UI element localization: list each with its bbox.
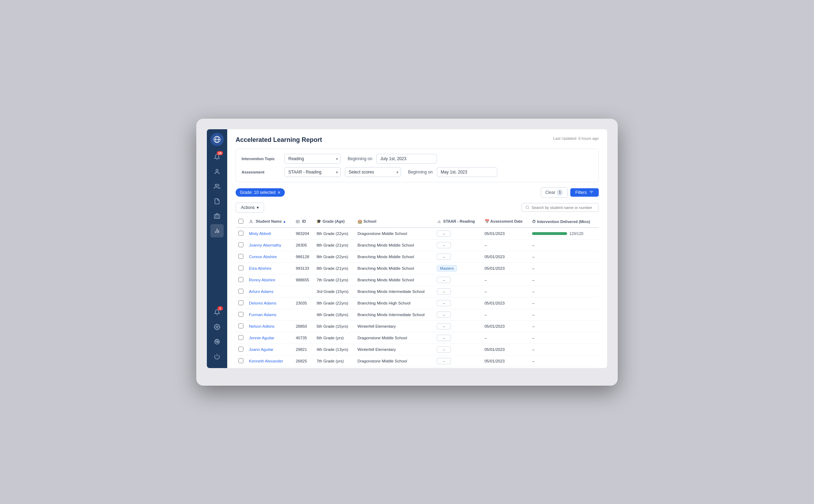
row-checkbox[interactable]: [238, 347, 243, 352]
row-score: –: [434, 355, 482, 367]
id-col-icon: [296, 220, 300, 224]
row-assessment-date: 05/01/2023: [482, 297, 530, 309]
filters-section: Intervention Topic Reading Beginning on …: [236, 149, 599, 182]
score-dash: –: [437, 323, 451, 329]
row-checkbox-cell: [236, 274, 246, 286]
row-score: –: [434, 239, 482, 251]
row-checkbox[interactable]: [238, 254, 243, 259]
row-checkbox-cell: [236, 262, 246, 274]
grade-chip-close[interactable]: ×: [277, 190, 280, 195]
sidebar-item-notifications[interactable]: 18: [210, 150, 224, 164]
sidebar-item-groups[interactable]: [210, 180, 224, 193]
clear-button[interactable]: Clear 1: [541, 187, 568, 198]
sidebar-power[interactable]: [210, 350, 224, 363]
beginning-on-date[interactable]: [376, 154, 437, 164]
row-checkbox[interactable]: [238, 323, 243, 328]
table-body: Misty Abbott9832048th Grade (22yrs)Drago…: [236, 228, 599, 368]
row-student-name[interactable]: Arturo Adams: [246, 286, 293, 297]
row-student-name[interactable]: Horace Allen: [246, 367, 293, 368]
select-all-checkbox[interactable]: [238, 219, 243, 224]
actions-button[interactable]: Actions ▾: [236, 203, 264, 212]
row-score: Masters: [434, 367, 482, 368]
row-school: Branching Minds Middle School: [355, 239, 434, 251]
table-row: Connor Abshire9861288th Grade (22yrs)Bra…: [236, 251, 599, 262]
row-intervention: –: [529, 239, 599, 251]
sidebar-globe[interactable]: [210, 335, 224, 348]
th-select-all[interactable]: [236, 216, 246, 228]
th-staar[interactable]: STAAR - Reading: [434, 216, 482, 228]
row-assessment-date: 05/01/2023: [482, 251, 530, 262]
filters-icon: [589, 190, 594, 195]
row-student-name[interactable]: Furman Adams: [246, 309, 293, 320]
assessment-select[interactable]: STAAR - Reading: [284, 167, 341, 177]
table-row: Nelson Adkins288505th Grade (15yrs)Winte…: [236, 320, 599, 332]
row-assessment-date: 05/01/2023: [482, 343, 530, 355]
progress-bar-bg: [532, 232, 567, 235]
intervention-topic-select[interactable]: Reading: [284, 154, 341, 164]
row-school: Winterfell Elementary: [355, 343, 434, 355]
row-checkbox[interactable]: [238, 300, 243, 305]
search-box: [521, 203, 599, 212]
row-student-name[interactable]: Misty Abbott: [246, 228, 293, 240]
row-score: –: [434, 343, 482, 355]
row-intervention: –: [529, 262, 599, 274]
score-dash: –: [437, 288, 451, 295]
assessment-date-input[interactable]: [437, 167, 497, 177]
row-student-name[interactable]: Joann Aguilar: [246, 343, 293, 355]
sidebar-alerts[interactable]: 1: [210, 306, 224, 319]
row-checkbox[interactable]: [238, 312, 243, 317]
th-assessment-date[interactable]: 📅 Assessment Date: [482, 216, 530, 228]
th-id[interactable]: ID: [293, 216, 314, 228]
th-grade[interactable]: 🎓 Grade (Age): [314, 216, 355, 228]
app-logo[interactable]: [210, 133, 224, 146]
table-row: Misty Abbott9832048th Grade (22yrs)Drago…: [236, 228, 599, 240]
search-input[interactable]: [532, 205, 595, 210]
progress-label: 120/120: [569, 231, 583, 236]
filters-button[interactable]: Filters: [570, 188, 599, 197]
row-checkbox[interactable]: [238, 289, 243, 294]
row-assessment-date: 05/01/2023: [482, 367, 530, 368]
grade-chip[interactable]: Grade: 10 selected ×: [236, 188, 285, 197]
th-student-name[interactable]: Student Name ▲: [246, 216, 293, 228]
intervention-topic-row: Intervention Topic Reading Beginning on: [242, 154, 593, 164]
row-grade: 8th Grade (21yrs): [314, 262, 355, 274]
sidebar-settings[interactable]: [210, 320, 224, 334]
row-id: [293, 309, 314, 320]
row-score: –: [434, 309, 482, 320]
row-student-name[interactable]: Elza Abshire: [246, 262, 293, 274]
row-checkbox[interactable]: [238, 242, 243, 247]
row-checkbox[interactable]: [238, 358, 243, 363]
clear-badge: 1: [557, 189, 563, 196]
sidebar-item-buildings[interactable]: [210, 209, 224, 223]
row-checkbox-cell: [236, 309, 246, 320]
row-assessment-date: 05/01/2023: [482, 355, 530, 367]
sidebar-item-documents[interactable]: [210, 195, 224, 208]
row-checkbox-cell: [236, 239, 246, 251]
row-checkbox[interactable]: [238, 231, 243, 236]
row-student-name[interactable]: Jennie Aguilar: [246, 332, 293, 343]
row-student-name[interactable]: Ronny Abshire: [246, 274, 293, 286]
score-dash: –: [437, 254, 451, 260]
laptop-frame: 18 1: [196, 119, 618, 386]
select-scores-select[interactable]: Select scores: [345, 167, 401, 177]
row-score: –: [434, 274, 482, 286]
sidebar-item-students[interactable]: [210, 165, 224, 178]
row-id: 988655: [293, 274, 314, 286]
th-school[interactable]: 🏫 School: [355, 216, 434, 228]
row-checkbox[interactable]: [238, 277, 243, 282]
row-student-name[interactable]: Nelson Adkins: [246, 320, 293, 332]
row-student-name[interactable]: Delores Adams: [246, 297, 293, 309]
row-checkbox[interactable]: [238, 266, 243, 270]
row-id: 983204: [293, 228, 314, 240]
row-score: –: [434, 320, 482, 332]
row-student-name[interactable]: Connor Abshire: [246, 251, 293, 262]
row-assessment-date: –: [482, 332, 530, 343]
row-checkbox[interactable]: [238, 335, 243, 340]
row-student-name[interactable]: Kenneth Alexander: [246, 355, 293, 367]
sidebar-item-reports[interactable]: [210, 224, 224, 237]
score-masters-badge: Masters: [437, 265, 457, 271]
row-student-name[interactable]: Joanny Abernathy: [246, 239, 293, 251]
row-id: 41058: [293, 367, 314, 368]
th-intervention[interactable]: ⏱ Intervention Delivered (Mins): [529, 216, 599, 228]
assessment-label: Assessment: [242, 170, 280, 174]
